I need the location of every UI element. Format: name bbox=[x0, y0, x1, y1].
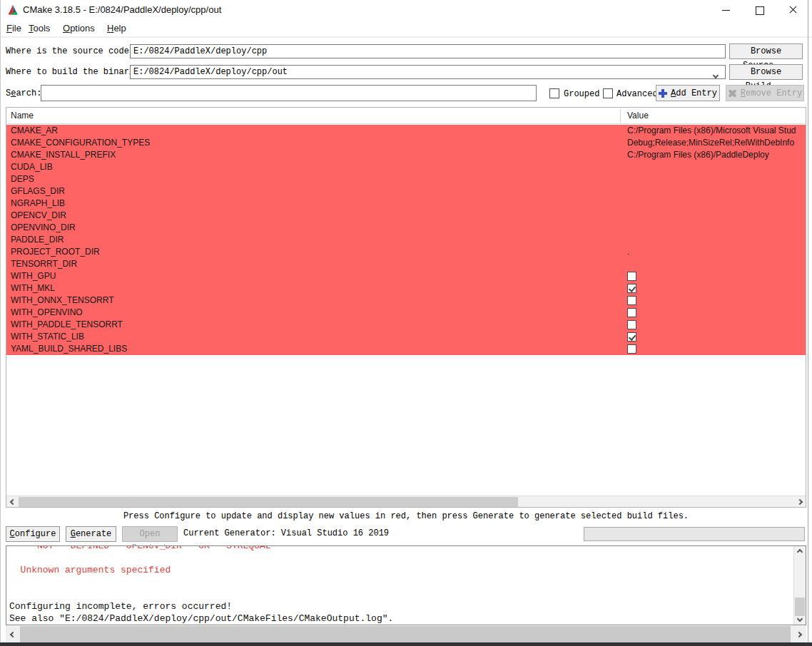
build-path-label: Where to build the binaries: bbox=[6, 67, 150, 77]
entry-value bbox=[620, 294, 806, 307]
menu-file[interactable]: File bbox=[4, 20, 24, 36]
table-row[interactable]: YAML_BUILD_SHARED_LIBS bbox=[6, 343, 806, 355]
scroll-down-icon[interactable] bbox=[794, 613, 806, 625]
entry-value-text: C:/Program Files (x86)/PaddleDeploy bbox=[627, 149, 769, 161]
table-row[interactable]: CUDA_LIB bbox=[6, 161, 806, 173]
menu-tools[interactable]: Tools bbox=[26, 20, 53, 36]
table-row[interactable]: CMAKE_INSTALL_PREFIX C:/Program Files (x… bbox=[6, 149, 806, 161]
advanced-checkbox[interactable] bbox=[603, 88, 613, 98]
entry-value bbox=[620, 210, 806, 222]
table-row[interactable]: WITH_MKL bbox=[6, 282, 806, 294]
output-hscroll-thumb[interactable] bbox=[20, 626, 791, 642]
table-row[interactable]: WITH_STATIC_LIB bbox=[6, 331, 806, 343]
cache-variables-table: Name Value CMAKE_AR C:/Program Files (x8… bbox=[6, 107, 806, 508]
entry-value bbox=[620, 282, 806, 294]
entry-name: WITH_STATIC_LIB bbox=[6, 331, 620, 343]
entry-name: CMAKE_INSTALL_PREFIX bbox=[6, 149, 620, 161]
entry-value-text: C:/Program Files (x86)/Microsoft Visual … bbox=[627, 125, 796, 137]
entry-value bbox=[620, 307, 806, 319]
table-row[interactable]: NGRAPH_LIB bbox=[6, 198, 806, 210]
scroll-left-icon[interactable] bbox=[6, 626, 20, 642]
minimize-button[interactable] bbox=[710, 0, 743, 20]
menu-help[interactable]: Help bbox=[104, 20, 129, 36]
table-row[interactable]: OPENVINO_DIR bbox=[6, 222, 806, 234]
table-row[interactable]: CMAKE_AR C:/Program Files (x86)/Microsof… bbox=[6, 125, 806, 137]
entry-value-text: . bbox=[627, 246, 629, 258]
entry-value: C:/Program Files (x86)/PaddleDeploy bbox=[620, 149, 806, 161]
progress-bar bbox=[584, 527, 805, 541]
scroll-left-icon[interactable] bbox=[6, 496, 19, 507]
combobox-dropdown-icon[interactable] bbox=[714, 68, 724, 78]
entry-value bbox=[620, 161, 806, 173]
window-left-border bbox=[0, 0, 1, 642]
table-row[interactable]: PROJECT_ROOT_DIR . bbox=[6, 246, 806, 258]
maximize-button[interactable] bbox=[744, 0, 776, 20]
scroll-up-icon[interactable] bbox=[794, 546, 806, 558]
entry-name: OPENCV_DIR bbox=[6, 210, 620, 222]
generate-button[interactable]: Generate bbox=[66, 526, 116, 542]
advanced-label: Advanced bbox=[616, 89, 658, 99]
column-header-name[interactable]: Name bbox=[11, 108, 34, 124]
output-line bbox=[9, 588, 791, 600]
table-row[interactable]: GFLAGS_DIR bbox=[6, 185, 806, 198]
entry-checkbox[interactable] bbox=[627, 272, 636, 281]
entry-checkbox[interactable] bbox=[627, 308, 636, 317]
table-header: Name Value bbox=[6, 108, 806, 124]
titlebar: CMake 3.18.5 - E:/0824/PaddleX/deploy/cp… bbox=[0, 0, 812, 20]
entry-name: OPENVINO_DIR bbox=[6, 222, 620, 234]
entry-checkbox[interactable] bbox=[627, 296, 636, 305]
hint-text: Press Configure to update and display ne… bbox=[0, 511, 812, 521]
source-path-input[interactable] bbox=[130, 44, 726, 58]
entry-checkbox[interactable] bbox=[627, 332, 636, 342]
output-line bbox=[9, 576, 791, 588]
table-row[interactable]: WITH_OPENVINO bbox=[6, 307, 806, 319]
entry-checkbox[interactable] bbox=[627, 344, 636, 354]
column-divider[interactable] bbox=[620, 109, 621, 123]
open-project-button[interactable]: Open Project bbox=[122, 526, 178, 542]
entry-value: Debug;Release;MinSizeRel;RelWithDebInfo bbox=[620, 137, 806, 149]
scroll-right-icon[interactable] bbox=[792, 626, 806, 642]
table-row[interactable]: WITH_ONNX_TENSORRT bbox=[6, 294, 806, 307]
table-row[interactable]: DEPS bbox=[6, 173, 806, 185]
remove-entry-label: Remove Entry bbox=[741, 88, 802, 98]
table-row[interactable]: CMAKE_CONFIGURATION_TYPES Debug;Release;… bbox=[6, 137, 806, 149]
search-input[interactable] bbox=[41, 85, 537, 101]
entry-name: CMAKE_CONFIGURATION_TYPES bbox=[6, 137, 620, 149]
grouped-checkbox[interactable] bbox=[549, 88, 559, 98]
browse-build-button[interactable]: Browse Build... bbox=[729, 64, 803, 80]
entry-value: C:/Program Files (x86)/Microsoft Visual … bbox=[620, 125, 806, 137]
table-row[interactable]: OPENCV_DIR bbox=[6, 210, 806, 222]
entry-checkbox[interactable] bbox=[627, 284, 636, 293]
table-horizontal-scrollbar[interactable] bbox=[6, 496, 806, 507]
search-label: Search: bbox=[6, 88, 41, 98]
entry-value-text: Debug;Release;MinSizeRel;RelWithDebInfo bbox=[627, 137, 794, 149]
remove-entry-button[interactable]: Remove Entry bbox=[726, 85, 804, 101]
remove-x-icon bbox=[728, 88, 737, 98]
menu-options[interactable]: Options bbox=[60, 20, 98, 36]
add-entry-button[interactable]: Add Entry bbox=[656, 85, 720, 101]
table-row[interactable]: TENSORRT_DIR bbox=[6, 258, 806, 270]
window-right-border bbox=[808, 0, 808, 642]
build-path-combobox[interactable] bbox=[130, 65, 726, 79]
entry-checkbox[interactable] bbox=[627, 320, 636, 329]
output-horizontal-scrollbar[interactable] bbox=[6, 626, 806, 642]
close-button[interactable] bbox=[777, 0, 810, 20]
entry-value bbox=[620, 270, 806, 282]
table-row[interactable]: WITH_PADDLE_TENSORRT bbox=[6, 319, 806, 331]
plus-icon bbox=[659, 89, 667, 98]
entry-value bbox=[620, 222, 806, 234]
browse-source-button[interactable]: Browse Source... bbox=[729, 43, 803, 59]
entry-value bbox=[620, 173, 806, 185]
entry-value: . bbox=[620, 246, 806, 258]
output-line bbox=[9, 552, 791, 564]
table-row[interactable]: WITH_GPU bbox=[6, 270, 806, 282]
entry-name: WITH_GPU bbox=[6, 270, 620, 282]
table-row[interactable]: PADDLE_DIR bbox=[6, 234, 806, 246]
configure-button[interactable]: Configure bbox=[6, 526, 60, 542]
entry-value bbox=[620, 319, 806, 331]
output-vertical-scrollbar[interactable] bbox=[793, 546, 806, 625]
scroll-right-icon[interactable] bbox=[793, 496, 806, 507]
column-header-value[interactable]: Value bbox=[627, 108, 649, 124]
grouped-label: Grouped bbox=[564, 89, 599, 99]
table-hscroll-thumb[interactable] bbox=[19, 497, 518, 507]
